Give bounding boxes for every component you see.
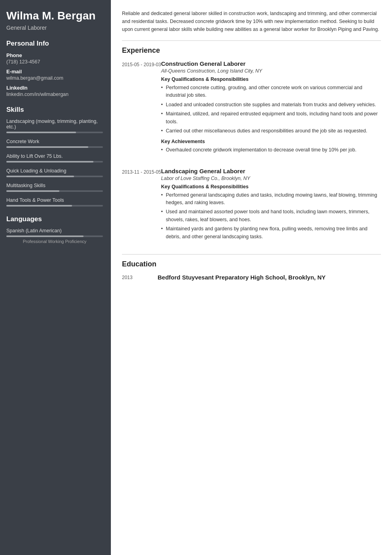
list-item: Maintained yards and gardens by planting…: [161, 225, 381, 241]
sidebar: Wilma M. Bergan General Laborer Personal…: [0, 0, 111, 555]
skill-bar-fill: [6, 190, 59, 192]
achievements-title: Key Achievements: [161, 139, 381, 144]
company-name: Labor of Love Staffing Co., Brooklyn, NY: [161, 176, 381, 181]
skill-bar-background: [6, 176, 103, 177]
job-title: Landscaping General Laborer: [161, 168, 381, 174]
education-section-title: Education: [122, 260, 381, 268]
skill-item: Ability to Lift Over 75 Lbs.: [6, 153, 103, 163]
experience-list: 2015-05 - 2019-03 Construction General L…: [122, 60, 381, 245]
language-name: Spanish (Latin American): [6, 228, 103, 233]
job-title: Construction General Laborer: [161, 60, 381, 67]
list-item: Carried out other miscellaneous duties a…: [161, 127, 381, 135]
school-name: Bedford Stuyvesant Preparatory High Scho…: [158, 274, 381, 281]
list-item: Maintained, utilized, and repaired entru…: [161, 110, 381, 126]
education-date: 2013: [122, 274, 158, 281]
phone-label: Phone: [6, 52, 103, 58]
email-value: wilma.bergan@gmail.com: [6, 75, 103, 81]
skill-item: Multitasking Skills: [6, 183, 103, 192]
skill-item: Quick Loading & Unloading: [6, 168, 103, 177]
skill-bar-background: [6, 161, 103, 163]
education-divider: [122, 254, 381, 255]
linkedin-label: LinkedIn: [6, 85, 103, 91]
experience-item: 2015-05 - 2019-03 Construction General L…: [122, 60, 381, 158]
email-label: E-mail: [6, 69, 103, 75]
skill-bar-background: [6, 146, 103, 148]
skill-item: Landscaping (mowing, trimming, planting,…: [6, 119, 103, 133]
achievements-list: Overhauled concrete gridwork implementat…: [161, 146, 381, 154]
phone-value: (718) 123-4567: [6, 59, 103, 65]
qualifications-title: Key Qualifications & Responsibilities: [161, 77, 381, 82]
list-item: Loaded and unloaded construction site su…: [161, 101, 381, 109]
education-content: Bedford Stuyvesant Preparatory High Scho…: [158, 274, 381, 281]
language-bar-background: [6, 235, 103, 237]
skill-bar-fill: [6, 132, 76, 133]
linkedin-value: linkedin.com/in/wilmabergan: [6, 92, 103, 97]
candidate-name: Wilma M. Bergan: [6, 10, 103, 22]
skill-name: Ability to Lift Over 75 Lbs.: [6, 153, 103, 159]
experience-date: 2013-11 - 2015-05: [122, 168, 161, 245]
skill-bar-background: [6, 190, 103, 192]
languages-list: Spanish (Latin American) Professional Wo…: [6, 228, 103, 244]
summary-text: Reliable and dedicated general laborer s…: [122, 10, 381, 33]
language-proficiency: Professional Working Proficiency: [6, 239, 103, 244]
skill-name: Quick Loading & Unloading: [6, 168, 103, 174]
experience-content: Landscaping General Laborer Labor of Lov…: [161, 168, 381, 245]
skills-list: Landscaping (mowing, trimming, planting,…: [6, 119, 103, 207]
list-item: Performed general landscaping duties and…: [161, 191, 381, 207]
language-bar-fill: [6, 235, 84, 237]
qualifications-title: Key Qualifications & Responsibilities: [161, 184, 381, 189]
list-item: Performed concrete cutting, grouting, an…: [161, 84, 381, 100]
experience-date: 2015-05 - 2019-03: [122, 60, 161, 158]
qualifications-list: Performed general landscaping duties and…: [161, 191, 381, 241]
experience-section-title: Experience: [122, 46, 381, 55]
main-content: Reliable and dedicated general laborer s…: [111, 0, 392, 555]
experience-item: 2013-11 - 2015-05 Landscaping General La…: [122, 168, 381, 245]
education-list: 2013 Bedford Stuyvesant Preparatory High…: [122, 274, 381, 281]
skill-bar-background: [6, 205, 103, 207]
list-item: Overhauled concrete gridwork implementat…: [161, 146, 381, 154]
skill-name: Hand Tools & Power Tools: [6, 197, 103, 203]
language-item: Spanish (Latin American) Professional Wo…: [6, 228, 103, 244]
experience-content: Construction General Laborer All-Queens …: [161, 60, 381, 158]
education-item: 2013 Bedford Stuyvesant Preparatory High…: [122, 274, 381, 281]
skill-bar-fill: [6, 205, 72, 207]
skill-bar-fill: [6, 146, 88, 148]
languages-section-title: Languages: [6, 215, 103, 223]
personal-info-section-title: Personal Info: [6, 40, 103, 48]
qualifications-list: Performed concrete cutting, grouting, an…: [161, 84, 381, 135]
skill-name: Concrete Work: [6, 139, 103, 144]
company-name: All-Queens Construction, Long Island Cit…: [161, 68, 381, 74]
list-item: Used and maintained assorted power tools…: [161, 208, 381, 224]
skill-name: Multitasking Skills: [6, 183, 103, 188]
skill-item: Concrete Work: [6, 139, 103, 148]
skills-section-title: Skills: [6, 106, 103, 114]
candidate-title: General Laborer: [6, 25, 103, 31]
skill-bar-fill: [6, 176, 74, 177]
skill-name: Landscaping (mowing, trimming, planting,…: [6, 119, 103, 130]
skill-bar-fill: [6, 161, 93, 163]
experience-divider: [122, 40, 381, 41]
skill-item: Hand Tools & Power Tools: [6, 197, 103, 207]
skill-bar-background: [6, 132, 103, 133]
